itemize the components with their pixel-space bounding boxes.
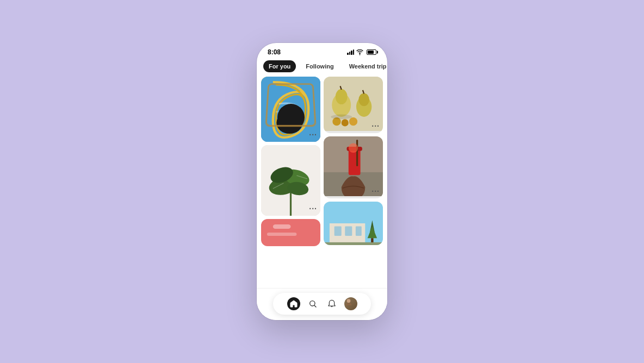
partial-bottom-left-svg <box>261 219 320 246</box>
svg-rect-39 <box>324 242 383 245</box>
pin-plant[interactable]: ··· <box>261 145 320 216</box>
svg-point-23 <box>349 117 357 126</box>
phone-frame: 8:08 For you Following Weekend trip Kitc… <box>257 43 387 320</box>
svg-point-0 <box>360 54 361 55</box>
svg-rect-33 <box>335 226 342 235</box>
more-options-fruits[interactable]: ··· <box>371 122 380 130</box>
svg-rect-29 <box>356 140 358 166</box>
svg-point-16 <box>336 89 348 104</box>
svg-rect-13 <box>267 233 297 236</box>
masonry-grid: ··· <box>261 77 383 246</box>
svg-rect-35 <box>356 226 362 235</box>
svg-point-19 <box>358 93 369 106</box>
profile-nav-icon[interactable] <box>344 297 357 310</box>
more-options-plant[interactable]: ··· <box>309 204 317 213</box>
home-icon <box>289 299 298 308</box>
svg-point-2 <box>276 112 302 134</box>
nav-pill <box>273 293 371 315</box>
svg-rect-27 <box>349 148 361 175</box>
feed-area: ··· <box>257 77 387 288</box>
svg-point-22 <box>342 119 349 126</box>
pin-fruits[interactable]: ··· <box>324 77 383 133</box>
tabs-row: For you Following Weekend trip Kitch <box>257 58 387 77</box>
home-nav-icon[interactable] <box>287 297 300 310</box>
svg-point-42 <box>346 299 350 303</box>
svg-point-30 <box>349 143 358 152</box>
left-column: ··· <box>261 77 320 246</box>
pin-building[interactable] <box>324 202 383 245</box>
bell-nav-icon[interactable] <box>325 297 338 310</box>
wifi-icon <box>356 49 363 55</box>
svg-line-41 <box>314 305 316 307</box>
pin-staircase[interactable]: ··· <box>261 77 320 142</box>
more-options-drink[interactable]: ··· <box>371 187 380 196</box>
avatar-svg <box>344 297 353 306</box>
bottom-nav <box>257 288 387 320</box>
svg-point-24 <box>331 115 352 120</box>
building-svg <box>324 202 383 245</box>
search-icon <box>308 299 317 308</box>
search-nav-icon[interactable] <box>306 297 319 310</box>
more-options-staircase[interactable]: ··· <box>309 130 317 139</box>
bell-icon <box>327 299 336 308</box>
signal-bars-icon <box>347 49 354 55</box>
tab-for-you[interactable]: For you <box>263 60 296 72</box>
status-time: 8:08 <box>268 48 281 56</box>
status-icons <box>347 49 376 55</box>
status-bar: 8:08 <box>257 43 387 58</box>
tab-weekend-trip[interactable]: Weekend trip <box>344 60 387 72</box>
pin-drink[interactable]: ··· <box>324 136 383 198</box>
pin-partial-bottom-left[interactable] <box>261 219 320 246</box>
tab-following[interactable]: Following <box>300 60 339 72</box>
battery-icon <box>367 49 376 55</box>
svg-rect-34 <box>345 226 352 235</box>
right-column: ··· <box>324 77 383 246</box>
svg-rect-12 <box>273 224 291 229</box>
avatar <box>344 297 357 310</box>
